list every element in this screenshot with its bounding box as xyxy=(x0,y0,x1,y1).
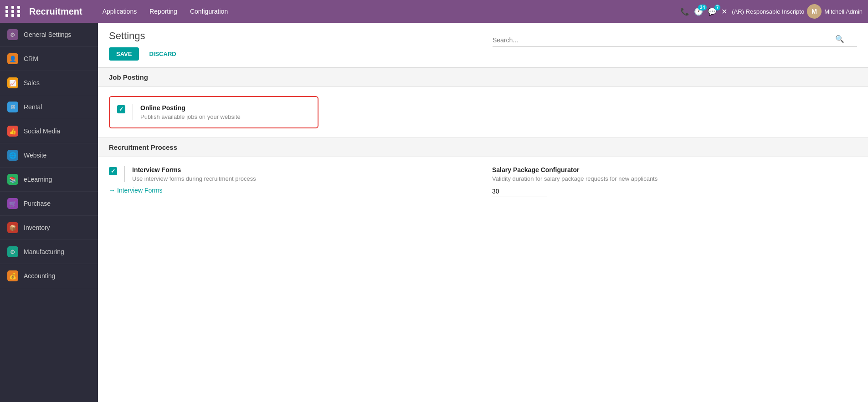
user-label: (AR) Responsable Inscripto xyxy=(732,8,804,15)
social-media-icon: 👍 xyxy=(7,126,18,137)
sidebar-item-manufacturing[interactable]: ⚙ Manufacturing xyxy=(0,240,98,264)
general-settings-icon: ⚙ xyxy=(7,29,18,40)
sidebar-item-purchase[interactable]: 🛒 Purchase xyxy=(0,192,98,216)
sidebar-item-general-settings[interactable]: ⚙ General Settings xyxy=(0,23,98,47)
sidebar-label-social-media: Social Media xyxy=(24,127,60,135)
nav-reporting[interactable]: Reporting xyxy=(144,5,183,18)
sidebar-item-rental[interactable]: 🖥 Rental xyxy=(0,95,98,119)
search-icon: 🔍 xyxy=(835,34,844,43)
close-icon[interactable]: ✕ xyxy=(721,7,727,16)
link-arrow: → xyxy=(109,187,115,194)
recruitment-process-content: Interview Forms Use interview forms duri… xyxy=(98,157,868,206)
online-posting-checkbox[interactable] xyxy=(117,105,125,113)
nav-applications[interactable]: Applications xyxy=(97,5,143,18)
sidebar-item-crm[interactable]: 👤 CRM xyxy=(0,47,98,71)
job-posting-title: Job Posting xyxy=(98,67,868,87)
sidebar-label-general-settings: General Settings xyxy=(24,31,71,38)
nav-configuration[interactable]: Configuration xyxy=(185,5,233,18)
sidebar-item-website[interactable]: 🌐 Website xyxy=(0,143,98,168)
job-posting-section: Job Posting Online Posting Publish avail… xyxy=(98,67,868,137)
divider xyxy=(133,104,133,120)
sidebar-label-sales: Sales xyxy=(24,79,40,87)
interview-forms-option: Interview Forms Use interview forms duri… xyxy=(109,166,474,182)
interview-forms-link[interactable]: → Interview Forms xyxy=(109,187,474,194)
divider2 xyxy=(124,166,125,182)
avatar: M xyxy=(807,4,822,19)
topbar: Recruitment Applications Reporting Confi… xyxy=(0,0,868,23)
discard-button[interactable]: DISCARD xyxy=(144,47,180,61)
sidebar: ⚙ General Settings 👤 CRM 📈 Sales 🖥 Renta… xyxy=(0,23,98,402)
recruitment-process-section: Recruitment Process Interview Forms Use … xyxy=(98,137,868,206)
user-info[interactable]: (AR) Responsable Inscripto M Mitchell Ad… xyxy=(732,4,863,19)
accounting-icon: 💰 xyxy=(7,270,18,281)
rental-icon: 🖥 xyxy=(7,102,18,112)
search-input[interactable] xyxy=(493,34,857,47)
sidebar-item-elearning[interactable]: 📚 eLearning xyxy=(0,168,98,192)
sidebar-label-inventory: Inventory xyxy=(24,224,50,231)
chat-badge: 7 xyxy=(714,5,721,10)
interview-forms-description: Use interview forms during recruitment p… xyxy=(132,175,256,182)
interview-forms-text: Interview Forms Use interview forms duri… xyxy=(132,166,256,182)
brand-name: Recruitment xyxy=(29,6,82,17)
sidebar-label-rental: Rental xyxy=(24,103,42,111)
sidebar-label-crm: CRM xyxy=(24,55,38,62)
topbar-right: 📞 🕐 34 💬 7 ✕ (AR) Responsable Inscripto … xyxy=(680,4,863,19)
interview-forms-checkbox[interactable] xyxy=(109,167,117,175)
sidebar-label-accounting: Accounting xyxy=(24,272,55,280)
sidebar-item-social-media[interactable]: 👍 Social Media xyxy=(0,119,98,143)
online-posting-title: Online Posting xyxy=(140,104,241,112)
save-button[interactable]: SAVE xyxy=(109,47,139,61)
sales-icon: 📈 xyxy=(7,77,18,88)
website-icon: 🌐 xyxy=(7,150,18,161)
sidebar-item-inventory[interactable]: 📦 Inventory xyxy=(0,216,98,240)
top-nav: Applications Reporting Configuration xyxy=(97,5,673,18)
job-posting-content: Online Posting Publish available jobs on… xyxy=(98,87,868,137)
recruitment-process-title: Recruitment Process xyxy=(98,137,868,157)
page-title: Settings xyxy=(109,30,181,42)
interview-forms-link-label: Interview Forms xyxy=(117,187,163,194)
app-grid-icon[interactable] xyxy=(5,6,22,17)
sidebar-item-sales[interactable]: 📈 Sales xyxy=(0,71,98,95)
online-posting-card: Online Posting Publish available jobs on… xyxy=(109,96,318,128)
sidebar-label-website: Website xyxy=(24,152,46,159)
elearning-icon: 📚 xyxy=(7,174,18,185)
purchase-icon: 🛒 xyxy=(7,198,18,209)
salary-package-description: Validity duration for salary package req… xyxy=(492,175,857,182)
online-posting-description: Publish available jobs on your website xyxy=(140,113,241,120)
crm-icon: 👤 xyxy=(7,53,18,64)
clock-badge: 34 xyxy=(698,5,707,10)
manufacturing-icon: ⚙ xyxy=(7,246,18,257)
user-name: Mitchell Admin xyxy=(824,8,863,15)
sidebar-label-manufacturing: Manufacturing xyxy=(24,248,64,255)
phone-icon[interactable]: 📞 xyxy=(680,7,689,16)
inventory-icon: 📦 xyxy=(7,222,18,233)
clock-icon[interactable]: 🕐 34 xyxy=(694,7,703,16)
sidebar-label-purchase: Purchase xyxy=(24,200,51,207)
main-content: Settings SAVE DISCARD 🔍 Job Posting Onli xyxy=(98,23,868,402)
chat-icon[interactable]: 💬 7 xyxy=(708,7,717,16)
sidebar-label-elearning: eLearning xyxy=(24,176,52,183)
interview-forms-col: Interview Forms Use interview forms duri… xyxy=(109,166,474,197)
interview-forms-title: Interview Forms xyxy=(132,166,256,173)
salary-package-title: Salary Package Configurator xyxy=(492,166,857,173)
online-posting-text: Online Posting Publish available jobs on… xyxy=(140,104,241,120)
salary-package-col: Salary Package Configurator Validity dur… xyxy=(492,166,857,197)
sidebar-item-accounting[interactable]: 💰 Accounting xyxy=(0,264,98,288)
salary-package-value[interactable] xyxy=(492,186,547,197)
